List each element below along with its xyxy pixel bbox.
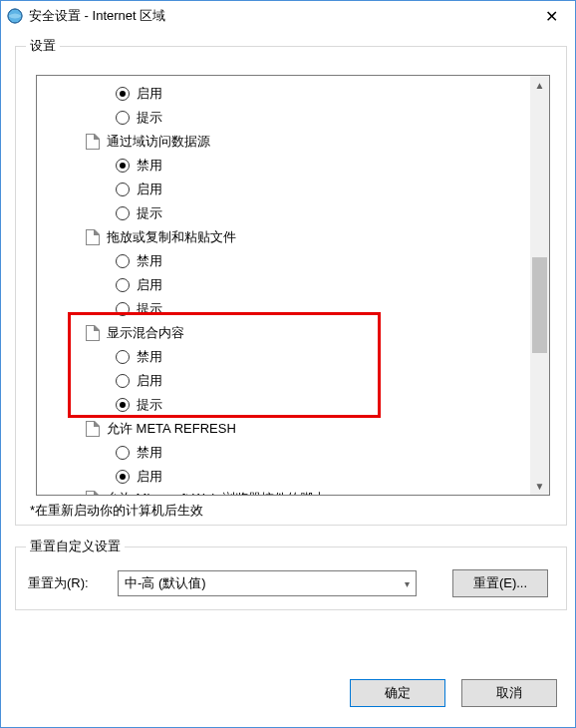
reset-level-value: 中-高 (默认值) (125, 574, 206, 592)
reset-group: 重置自定义设置 重置为(R): 中-高 (默认值) ▾ 重置(E)... (15, 538, 567, 610)
reset-level-combobox[interactable]: 中-高 (默认值) ▾ (118, 570, 417, 596)
scroll-thumb[interactable] (532, 257, 547, 353)
settings-option[interactable]: 启用 (37, 273, 530, 297)
reset-row: 重置为(R): 中-高 (默认值) ▾ 重置(E)... (26, 565, 556, 599)
page-icon (85, 421, 101, 437)
settings-option[interactable]: 禁用 (37, 345, 530, 369)
settings-option[interactable]: 提示 (37, 201, 530, 225)
settings-option-label: 禁用 (137, 345, 162, 369)
ok-button-label: 确定 (385, 684, 411, 702)
radio-icon (115, 205, 131, 221)
settings-section: 通过域访问数据源 (37, 130, 530, 154)
settings-section: 显示混合内容 (37, 321, 530, 345)
settings-section-label: 通过域访问数据源 (107, 130, 210, 154)
page-icon (85, 491, 101, 495)
settings-section: 拖放或复制和粘贴文件 (37, 225, 530, 249)
settings-option-label: 提示 (137, 393, 162, 417)
internet-options-icon (7, 8, 23, 24)
settings-section-label: 允许 META REFRESH (107, 417, 236, 441)
close-icon: ✕ (545, 7, 558, 26)
close-button[interactable]: ✕ (531, 3, 571, 29)
settings-option-label: 禁用 (137, 154, 162, 178)
scroll-down-button[interactable]: ▼ (530, 477, 549, 495)
settings-section: 允许 Microsoft Web 浏览器控件的脚本 (37, 489, 530, 495)
radio-icon (115, 349, 131, 365)
radio-icon (115, 301, 131, 317)
radio-icon (115, 158, 131, 174)
scrollbar[interactable]: ▲ ▼ (530, 76, 549, 495)
radio-icon (115, 397, 131, 413)
chevron-down-icon: ▾ (405, 578, 410, 589)
reset-to-label: 重置为(R): (28, 574, 108, 592)
cancel-button-label: 取消 (496, 684, 522, 702)
settings-section-label: 拖放或复制和粘贴文件 (107, 225, 236, 249)
reset-button-label: 重置(E)... (473, 574, 527, 592)
settings-option-label: 提示 (137, 106, 162, 130)
radio-icon (115, 110, 131, 126)
settings-option-label: 禁用 (137, 441, 162, 465)
dialog-footer: 确定 取消 (348, 679, 559, 707)
cancel-button[interactable]: 取消 (461, 679, 557, 707)
settings-option[interactable]: 禁用 (37, 441, 530, 465)
settings-option-label: 禁用 (137, 249, 162, 273)
ok-button[interactable]: 确定 (350, 679, 445, 707)
settings-option-label: 启用 (137, 369, 162, 393)
page-icon (85, 134, 101, 150)
settings-list[interactable]: 启用提示通过域访问数据源禁用启用提示拖放或复制和粘贴文件禁用启用提示显示混合内容… (37, 76, 530, 495)
settings-option[interactable]: 提示 (37, 297, 530, 321)
settings-option-label: 提示 (137, 201, 162, 225)
dialog-window: 安全设置 - Internet 区域 ✕ 设置 启用提示通过域访问数据源禁用启用… (0, 0, 576, 728)
radio-icon (115, 469, 131, 485)
radio-icon (115, 86, 131, 102)
radio-icon (115, 277, 131, 293)
settings-section-label: 显示混合内容 (107, 321, 184, 345)
settings-option-label: 启用 (137, 465, 162, 489)
page-icon (85, 229, 101, 245)
settings-option[interactable]: 提示 (37, 393, 530, 417)
titlebar: 安全设置 - Internet 区域 ✕ (1, 1, 575, 31)
chevron-up-icon: ▲ (535, 80, 545, 91)
radio-icon (115, 445, 131, 461)
restart-note: *在重新启动你的计算机后生效 (30, 502, 552, 520)
settings-option-label: 提示 (137, 297, 162, 321)
settings-list-container: 启用提示通过域访问数据源禁用启用提示拖放或复制和粘贴文件禁用启用提示显示混合内容… (36, 75, 550, 496)
window-title: 安全设置 - Internet 区域 (29, 7, 531, 25)
chevron-down-icon: ▼ (535, 481, 545, 492)
reset-button[interactable]: 重置(E)... (452, 569, 548, 597)
settings-option[interactable]: 启用 (37, 82, 530, 106)
settings-option[interactable]: 启用 (37, 369, 530, 393)
settings-option[interactable]: 禁用 (37, 154, 530, 178)
reset-legend: 重置自定义设置 (26, 538, 125, 555)
settings-option-label: 启用 (137, 82, 162, 106)
radio-icon (115, 182, 131, 197)
settings-group: 设置 启用提示通过域访问数据源禁用启用提示拖放或复制和粘贴文件禁用启用提示显示混… (15, 37, 567, 526)
settings-option-label: 启用 (137, 273, 162, 297)
settings-option[interactable]: 禁用 (37, 249, 530, 273)
settings-option-label: 启用 (137, 178, 162, 201)
radio-icon (115, 373, 131, 389)
scroll-up-button[interactable]: ▲ (530, 76, 549, 94)
dialog-content: 设置 启用提示通过域访问数据源禁用启用提示拖放或复制和粘贴文件禁用启用提示显示混… (15, 37, 567, 717)
settings-option[interactable]: 启用 (37, 465, 530, 489)
settings-option[interactable]: 启用 (37, 178, 530, 201)
settings-legend: 设置 (26, 37, 60, 55)
settings-section-label: 允许 Microsoft Web 浏览器控件的脚本 (107, 489, 326, 495)
page-icon (85, 325, 101, 341)
settings-section: 允许 META REFRESH (37, 417, 530, 441)
settings-option[interactable]: 提示 (37, 106, 530, 130)
radio-icon (115, 253, 131, 269)
